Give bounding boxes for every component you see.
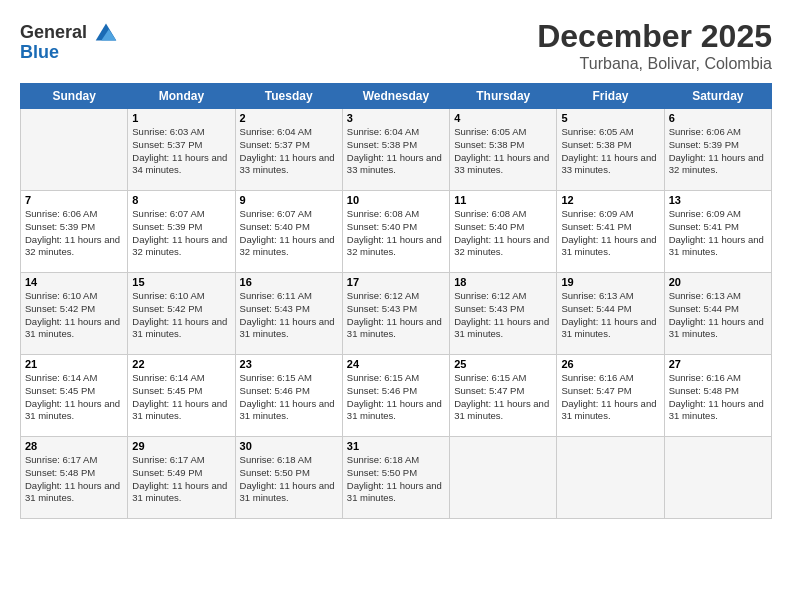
day-info: Sunrise: 6:10 AMSunset: 5:42 PMDaylight:… [132,290,230,341]
weekday-header: Tuesday [235,84,342,109]
calendar-cell: 30Sunrise: 6:18 AMSunset: 5:50 PMDayligh… [235,437,342,519]
sunset-label: Sunset: 5:40 PM [454,221,524,232]
day-number: 7 [25,194,123,206]
weekday-header: Monday [128,84,235,109]
sunrise-label: Sunrise: 6:06 AM [669,126,741,137]
calendar-cell: 7Sunrise: 6:06 AMSunset: 5:39 PMDaylight… [21,191,128,273]
day-info: Sunrise: 6:04 AMSunset: 5:38 PMDaylight:… [347,126,445,177]
sunset-label: Sunset: 5:46 PM [347,385,417,396]
day-number: 17 [347,276,445,288]
day-number: 3 [347,112,445,124]
calendar-cell: 31Sunrise: 6:18 AMSunset: 5:50 PMDayligh… [342,437,449,519]
day-info: Sunrise: 6:18 AMSunset: 5:50 PMDaylight:… [240,454,338,505]
daylight-label: Daylight: 11 hours and 31 minutes. [561,398,656,422]
title-block: December 2025 Turbana, Bolivar, Colombia [537,18,772,73]
calendar-cell: 8Sunrise: 6:07 AMSunset: 5:39 PMDaylight… [128,191,235,273]
calendar-cell: 19Sunrise: 6:13 AMSunset: 5:44 PMDayligh… [557,273,664,355]
sunset-label: Sunset: 5:38 PM [454,139,524,150]
calendar-cell: 27Sunrise: 6:16 AMSunset: 5:48 PMDayligh… [664,355,771,437]
day-number: 23 [240,358,338,370]
sunrise-label: Sunrise: 6:12 AM [454,290,526,301]
weekday-header: Thursday [450,84,557,109]
daylight-label: Daylight: 11 hours and 31 minutes. [132,316,227,340]
day-number: 24 [347,358,445,370]
day-info: Sunrise: 6:13 AMSunset: 5:44 PMDaylight:… [669,290,767,341]
daylight-label: Daylight: 11 hours and 31 minutes. [240,316,335,340]
sunrise-label: Sunrise: 6:08 AM [454,208,526,219]
sunset-label: Sunset: 5:43 PM [347,303,417,314]
sunrise-label: Sunrise: 6:06 AM [25,208,97,219]
sunset-label: Sunset: 5:44 PM [669,303,739,314]
weekday-header: Friday [557,84,664,109]
sunset-label: Sunset: 5:47 PM [454,385,524,396]
calendar-week-row: 1Sunrise: 6:03 AMSunset: 5:37 PMDaylight… [21,109,772,191]
location-title: Turbana, Bolivar, Colombia [537,55,772,73]
day-number: 12 [561,194,659,206]
calendar-cell: 18Sunrise: 6:12 AMSunset: 5:43 PMDayligh… [450,273,557,355]
day-info: Sunrise: 6:14 AMSunset: 5:45 PMDaylight:… [132,372,230,423]
daylight-label: Daylight: 11 hours and 33 minutes. [240,152,335,176]
calendar-cell: 1Sunrise: 6:03 AMSunset: 5:37 PMDaylight… [128,109,235,191]
day-number: 1 [132,112,230,124]
day-info: Sunrise: 6:06 AMSunset: 5:39 PMDaylight:… [669,126,767,177]
sunset-label: Sunset: 5:46 PM [240,385,310,396]
daylight-label: Daylight: 11 hours and 31 minutes. [561,316,656,340]
weekday-header: Saturday [664,84,771,109]
sunrise-label: Sunrise: 6:11 AM [240,290,312,301]
sunrise-label: Sunrise: 6:16 AM [561,372,633,383]
day-info: Sunrise: 6:18 AMSunset: 5:50 PMDaylight:… [347,454,445,505]
sunrise-label: Sunrise: 6:14 AM [132,372,204,383]
sunrise-label: Sunrise: 6:15 AM [454,372,526,383]
sunset-label: Sunset: 5:39 PM [132,221,202,232]
calendar-cell: 21Sunrise: 6:14 AMSunset: 5:45 PMDayligh… [21,355,128,437]
calendar-cell: 11Sunrise: 6:08 AMSunset: 5:40 PMDayligh… [450,191,557,273]
day-info: Sunrise: 6:03 AMSunset: 5:37 PMDaylight:… [132,126,230,177]
sunset-label: Sunset: 5:37 PM [240,139,310,150]
daylight-label: Daylight: 11 hours and 32 minutes. [669,152,764,176]
day-info: Sunrise: 6:15 AMSunset: 5:46 PMDaylight:… [240,372,338,423]
sunrise-label: Sunrise: 6:10 AM [132,290,204,301]
day-info: Sunrise: 6:15 AMSunset: 5:46 PMDaylight:… [347,372,445,423]
sunrise-label: Sunrise: 6:16 AM [669,372,741,383]
daylight-label: Daylight: 11 hours and 31 minutes. [132,480,227,504]
day-info: Sunrise: 6:12 AMSunset: 5:43 PMDaylight:… [454,290,552,341]
day-number: 10 [347,194,445,206]
sunrise-label: Sunrise: 6:18 AM [347,454,419,465]
page: General Blue December 2025 Turbana, Boli… [0,0,792,612]
sunset-label: Sunset: 5:48 PM [25,467,95,478]
sunrise-label: Sunrise: 6:18 AM [240,454,312,465]
sunset-label: Sunset: 5:50 PM [347,467,417,478]
calendar-cell [557,437,664,519]
sunrise-label: Sunrise: 6:14 AM [25,372,97,383]
sunrise-label: Sunrise: 6:09 AM [669,208,741,219]
daylight-label: Daylight: 11 hours and 32 minutes. [132,234,227,258]
sunrise-label: Sunrise: 6:03 AM [132,126,204,137]
sunset-label: Sunset: 5:38 PM [347,139,417,150]
calendar-cell: 23Sunrise: 6:15 AMSunset: 5:46 PMDayligh… [235,355,342,437]
sunset-label: Sunset: 5:40 PM [347,221,417,232]
day-info: Sunrise: 6:05 AMSunset: 5:38 PMDaylight:… [454,126,552,177]
weekday-header: Wednesday [342,84,449,109]
sunrise-label: Sunrise: 6:13 AM [561,290,633,301]
calendar-cell: 13Sunrise: 6:09 AMSunset: 5:41 PMDayligh… [664,191,771,273]
calendar-cell: 10Sunrise: 6:08 AMSunset: 5:40 PMDayligh… [342,191,449,273]
sunrise-label: Sunrise: 6:07 AM [240,208,312,219]
day-info: Sunrise: 6:09 AMSunset: 5:41 PMDaylight:… [669,208,767,259]
day-number: 4 [454,112,552,124]
calendar-cell: 20Sunrise: 6:13 AMSunset: 5:44 PMDayligh… [664,273,771,355]
sunset-label: Sunset: 5:37 PM [132,139,202,150]
calendar-week-row: 28Sunrise: 6:17 AMSunset: 5:48 PMDayligh… [21,437,772,519]
daylight-label: Daylight: 11 hours and 33 minutes. [347,152,442,176]
daylight-label: Daylight: 11 hours and 31 minutes. [669,398,764,422]
daylight-label: Daylight: 11 hours and 32 minutes. [25,234,120,258]
day-info: Sunrise: 6:09 AMSunset: 5:41 PMDaylight:… [561,208,659,259]
day-number: 27 [669,358,767,370]
calendar-cell: 2Sunrise: 6:04 AMSunset: 5:37 PMDaylight… [235,109,342,191]
daylight-label: Daylight: 11 hours and 31 minutes. [25,316,120,340]
day-info: Sunrise: 6:12 AMSunset: 5:43 PMDaylight:… [347,290,445,341]
daylight-label: Daylight: 11 hours and 31 minutes. [25,398,120,422]
day-number: 8 [132,194,230,206]
sunrise-label: Sunrise: 6:07 AM [132,208,204,219]
daylight-label: Daylight: 11 hours and 31 minutes. [25,480,120,504]
sunrise-label: Sunrise: 6:05 AM [561,126,633,137]
